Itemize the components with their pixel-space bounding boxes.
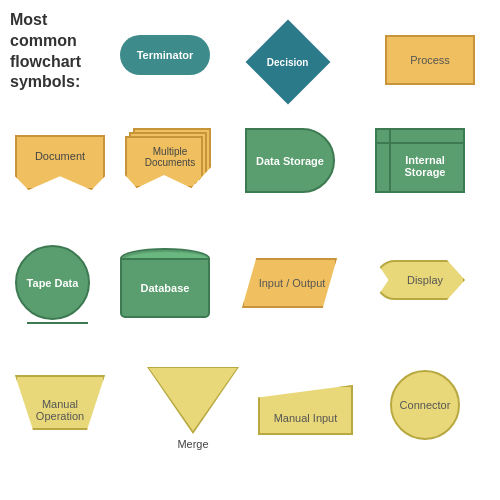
database-symbol: Database — [120, 248, 210, 318]
decision-label: Decision — [258, 57, 318, 68]
connector-shape: Connector — [390, 370, 460, 440]
decision-symbol: Decision — [248, 22, 328, 102]
internal-storage-symbol: Internal Storage — [375, 128, 465, 193]
multiple-documents-symbol: Multiple Documents — [125, 128, 215, 193]
merge-shape — [148, 368, 238, 433]
input-output-shape: Input / Output — [242, 258, 337, 308]
multiple-documents-label: Multiple Documents — [135, 146, 205, 168]
internal-storage-label: Internal Storage — [377, 144, 463, 178]
merge-label: Merge — [177, 438, 208, 450]
tape-data-label: Tape Data — [27, 277, 79, 289]
manual-input-shape: Manual Input — [258, 385, 353, 435]
tape-data-symbol: Tape Data — [15, 245, 90, 320]
terminator-shape: Terminator — [120, 35, 210, 75]
manual-operation-label: Manual Operation — [17, 383, 103, 422]
data-storage-shape: Data Storage — [245, 128, 335, 193]
merge-symbol: Merge — [148, 368, 238, 451]
internal-storage-shape: Internal Storage — [375, 128, 465, 193]
data-storage-label: Data Storage — [256, 155, 324, 167]
document-symbol: Document — [15, 135, 105, 190]
manual-op-shape: Manual Operation — [15, 375, 105, 430]
merge-fill — [149, 368, 237, 431]
manual-input-symbol: Manual Input — [258, 385, 353, 435]
connector-label: Connector — [400, 399, 451, 411]
tape-data-shape: Tape Data — [15, 245, 90, 320]
document-label: Document — [35, 150, 85, 162]
connector-symbol: Connector — [390, 370, 460, 440]
terminator-label: Terminator — [137, 49, 194, 61]
page: Most common flowchart symbols: Terminato… — [0, 0, 500, 500]
process-shape: Process — [385, 35, 475, 85]
document-shape — [15, 135, 105, 190]
database-label: Database — [141, 282, 190, 294]
display-symbol: Display — [375, 260, 465, 300]
database-body: Database — [120, 258, 210, 318]
process-symbol: Process — [385, 35, 475, 85]
input-output-label: Input / Output — [254, 277, 326, 289]
manual-input-label: Manual Input — [274, 397, 338, 424]
data-storage-symbol: Data Storage — [245, 128, 335, 193]
input-output-symbol: Input / Output — [242, 258, 337, 308]
decision-shape: Decision — [246, 20, 331, 105]
manual-operation-symbol: Manual Operation — [15, 375, 105, 430]
multiple-docs-shape: Multiple Documents — [125, 128, 215, 193]
display-label: Display — [397, 274, 443, 286]
page-title: Most common flowchart symbols: — [10, 10, 110, 93]
process-label: Process — [410, 54, 450, 66]
database-shape: Database — [120, 248, 210, 318]
display-shape: Display — [375, 260, 465, 300]
terminator-symbol: Terminator — [120, 35, 210, 75]
